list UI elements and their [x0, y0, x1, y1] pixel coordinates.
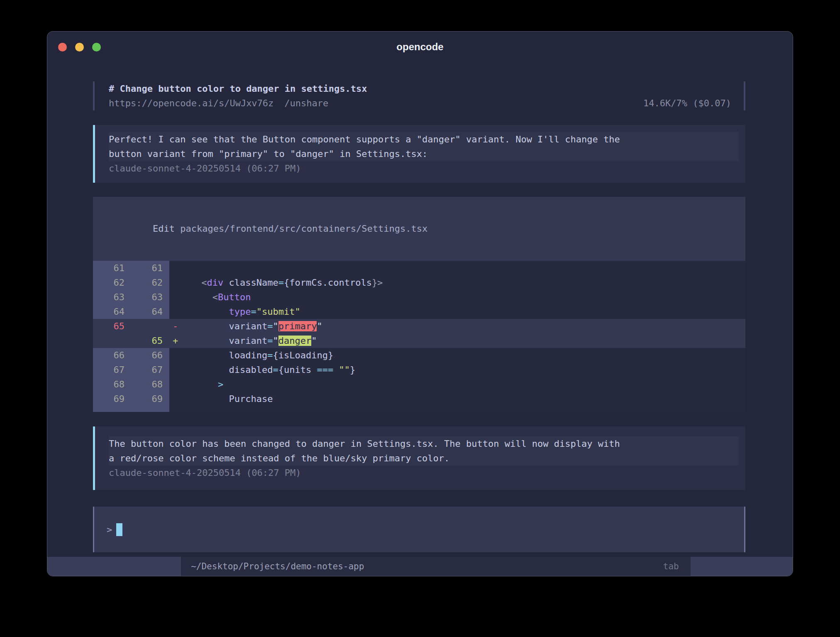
message-paragraph: Perfect! I can see that the Button compo… [109, 132, 739, 161]
diff-line-number-new [131, 319, 169, 333]
diff-line-number-old: 66 [93, 348, 131, 363]
code-token: " [273, 336, 278, 346]
message-text-line: The button color has been changed to dan… [109, 436, 739, 451]
app-version-badge: opencode v0.3.11 [47, 557, 181, 576]
prompt-input[interactable]: > [93, 507, 745, 552]
diff-line-number-old: 64 [93, 304, 131, 319]
diff-line-number-old: 62 [93, 275, 131, 290]
diff-change-sign [169, 275, 186, 290]
code-token: primary [278, 321, 317, 331]
code-token: {formCs.controls [284, 277, 372, 288]
diff-line-number-new: 67 [131, 363, 169, 377]
message-text-line: button variant from "primary" to "danger… [109, 147, 739, 161]
code-token: danger [278, 336, 311, 346]
diff-line-number-new: 62 [131, 275, 169, 290]
assistant-message-1: Perfect! I can see that the Button compo… [93, 125, 745, 183]
unshare-command[interactable]: /unshare [284, 96, 328, 110]
code-token: {units [278, 365, 317, 375]
code-token: variant [229, 336, 267, 346]
diff-code-line: disabled={units === ""} [186, 363, 745, 377]
code-token: = [267, 321, 273, 331]
app-window: opencode # Change button color to danger… [47, 31, 793, 576]
code-token: {isLoading} [273, 350, 333, 360]
diff-row: 6161 [93, 261, 745, 275]
prompt-char: > [107, 524, 112, 535]
diff-change-sign [169, 392, 186, 406]
diff-line-number-new: 61 [131, 261, 169, 275]
diff-line-number-new: 64 [131, 304, 169, 319]
session-title: # Change button color to danger in setti… [109, 81, 731, 96]
code-token [196, 306, 229, 317]
code-token [196, 336, 229, 346]
code-token [196, 321, 229, 331]
message-model-meta: claude-sonnet-4-20250514 (06:27 PM) [109, 161, 739, 176]
diff-line-number-old: 67 [93, 363, 131, 377]
code-token: " [311, 336, 317, 346]
diff-code-line: Purchase [186, 392, 745, 406]
code-token: = [278, 277, 284, 288]
code-token [196, 292, 212, 302]
diff-code-line: <div className={formCs.controls}> [186, 275, 745, 290]
share-url[interactable]: https://opencode.ai/s/UwJxv76z [109, 96, 273, 110]
tab-key-hint[interactable]: tab [663, 557, 679, 576]
message-paragraph: The button color has been changed to dan… [109, 436, 739, 466]
edit-action-label: Edit [153, 223, 180, 234]
diff-line-number-old [93, 333, 131, 348]
diff-change-sign [169, 304, 186, 319]
code-token: } [350, 365, 355, 375]
code-token: > [218, 379, 223, 390]
window-title: opencode [47, 32, 793, 61]
diff-line-number-new: 65 [131, 333, 169, 348]
code-token: = [273, 365, 278, 375]
diff-line-number-new: 68 [131, 377, 169, 392]
token-usage: 14.6K/7% ($0.07) [643, 96, 731, 110]
message-text-line: Perfect! I can see that the Button compo… [109, 132, 739, 147]
mode-badge[interactable]: BUILD MODE [691, 557, 793, 576]
session-subline: https://opencode.ai/s/UwJxv76z /unshare … [109, 96, 731, 110]
code-token: className [223, 277, 278, 288]
diff-change-sign [169, 261, 186, 275]
code-token: "submit" [256, 306, 300, 317]
edit-tool-card: Edit packages/frontend/src/containers/Se… [93, 197, 745, 412]
code-token: disabled [229, 365, 273, 375]
diff-table: 61616262 <div className={formCs.controls… [93, 261, 745, 406]
diff-gutter-fill [93, 406, 131, 412]
code-token: = [267, 336, 273, 346]
code-token: Button [218, 292, 251, 302]
assistant-message-2: The button color has been changed to dan… [93, 426, 745, 490]
diff-change-sign [169, 290, 186, 304]
code-token: div [207, 277, 224, 288]
diff-change-sign [169, 348, 186, 363]
diff-row: 65- variant="primary" [93, 319, 745, 333]
diff-line-number-new: 63 [131, 290, 169, 304]
diff-line-number-old: 68 [93, 377, 131, 392]
code-token [196, 365, 229, 375]
diff-code-line [186, 261, 745, 275]
message-text-line: a red/rose color scheme instead of the b… [109, 451, 739, 466]
code-token [196, 350, 229, 360]
diff-change-sign [169, 363, 186, 377]
diff-row: 6767 disabled={units === ""} [93, 363, 745, 377]
diff-change-sign [169, 377, 186, 392]
diff-line-number-old: 63 [93, 290, 131, 304]
code-token [196, 379, 218, 390]
code-token: }> [372, 277, 383, 288]
code-token: type [229, 306, 251, 317]
code-token: variant [229, 321, 267, 331]
code-token: " [317, 321, 322, 331]
diff-line-number-old: 61 [93, 261, 131, 275]
diff-line-number-old: 69 [93, 392, 131, 406]
code-token: "" [339, 365, 350, 375]
diff-line-number-new: 69 [131, 392, 169, 406]
edit-tool-header: Edit packages/frontend/src/containers/Se… [93, 197, 745, 261]
code-token: = [251, 306, 256, 317]
diff-code-line: > [186, 377, 745, 392]
code-token: === [317, 365, 333, 375]
code-token: < [212, 292, 218, 302]
code-token [333, 365, 339, 375]
diff-row: 6464 type="submit" [93, 304, 745, 319]
diff-line-number-new: 66 [131, 348, 169, 363]
diff-change-sign: - [169, 319, 186, 333]
diff-row: 65+ variant="danger" [93, 333, 745, 348]
status-bar: opencode v0.3.11 ~/Desktop/Projects/demo… [47, 557, 793, 576]
